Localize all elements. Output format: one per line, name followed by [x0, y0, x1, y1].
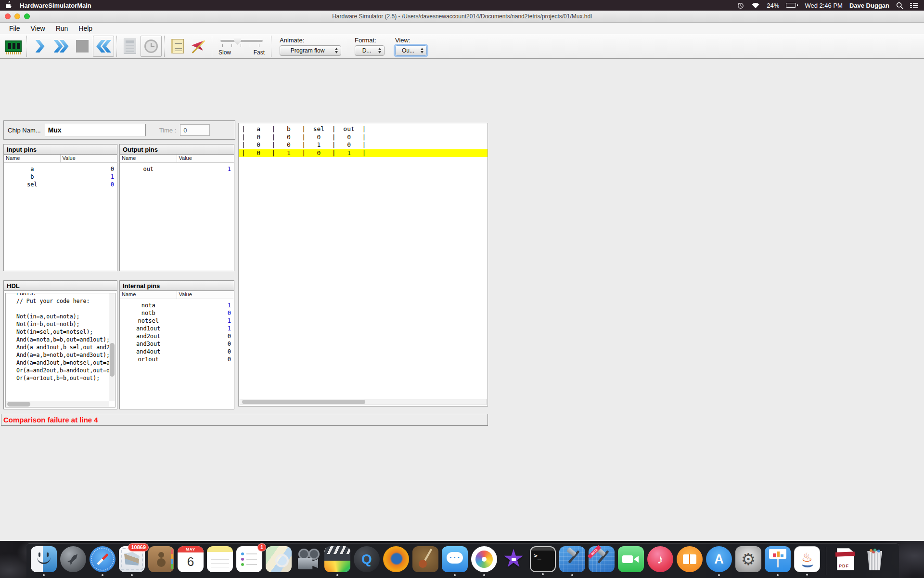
- running-indicator: [806, 574, 808, 576]
- table-row[interactable]: or1out0: [120, 355, 234, 363]
- calculator-button[interactable]: [119, 36, 141, 57]
- macos-menubar: HardwareSimulatorMain 24% Wed 2:46 PM Da…: [0, 0, 924, 11]
- table-row[interactable]: notb0: [120, 309, 234, 317]
- dock-icon-reminders[interactable]: 1: [236, 546, 262, 572]
- scrollbar-thumb[interactable]: [110, 343, 115, 377]
- dock-icon-java[interactable]: ♨: [794, 546, 820, 572]
- spotlight-icon[interactable]: [896, 2, 903, 9]
- dock-icon-mail[interactable]: 10869: [119, 546, 145, 572]
- dock-icon-safari[interactable]: [90, 546, 116, 572]
- chip-icon: [5, 40, 22, 52]
- time-label: Time :: [159, 127, 177, 134]
- dock-icon-keynote[interactable]: [765, 546, 791, 572]
- menu-file[interactable]: File: [4, 23, 26, 34]
- dock-icon-garageband[interactable]: [412, 546, 438, 572]
- dock-icon-trash[interactable]: [861, 546, 887, 572]
- minimize-button[interactable]: [14, 13, 20, 19]
- close-button[interactable]: [5, 13, 11, 19]
- table-row[interactable]: nota1: [120, 302, 234, 309]
- table-row[interactable]: and3out0: [120, 340, 234, 348]
- table-row[interactable]: and1out1: [120, 325, 234, 332]
- test-row-highlighted: | 0 | 1 | 0 | 1 |: [239, 149, 488, 158]
- horizontal-scrollbar[interactable]: [240, 399, 487, 405]
- scrollbar-thumb[interactable]: [242, 400, 365, 404]
- dock-icon-final-cut-pro[interactable]: [324, 546, 350, 572]
- status-bar: Comparison failure at line 4: [1, 414, 488, 426]
- format-group: Format: D...: [355, 37, 385, 56]
- dock-icon-terminal[interactable]: >_: [530, 546, 556, 572]
- table-row[interactable]: sel0: [4, 181, 117, 188]
- wifi-icon[interactable]: [751, 2, 760, 9]
- dock-icon-ibooks[interactable]: [677, 546, 703, 572]
- dock-icon-photos[interactable]: [471, 546, 497, 572]
- slider-thumb[interactable]: [234, 37, 241, 45]
- running-indicator: [454, 574, 456, 576]
- load-chip-button[interactable]: [3, 36, 24, 57]
- dock-icon-launchpad[interactable]: [60, 546, 86, 572]
- scrollbar-thumb[interactable]: [7, 402, 30, 407]
- dock-icon-movie-camera[interactable]: [295, 546, 321, 572]
- dock-icon-firefox[interactable]: [383, 546, 409, 572]
- run-button[interactable]: [51, 36, 72, 57]
- dock-icon-itunes[interactable]: ♪: [647, 546, 673, 572]
- horizontal-scrollbar[interactable]: [6, 401, 109, 407]
- table-row[interactable]: b1: [4, 173, 117, 181]
- breakpoints-button[interactable]: [188, 36, 209, 57]
- table-row[interactable]: a0: [4, 165, 117, 173]
- table-row[interactable]: out1: [120, 165, 234, 173]
- toolbar-separator: [164, 36, 165, 57]
- time-machine-icon[interactable]: [737, 1, 744, 9]
- toolbar: Slow Fast Animate: Program flow Format: …: [0, 34, 924, 59]
- dock-icon-imovie[interactable]: ★: [500, 546, 526, 572]
- stop-button[interactable]: [72, 36, 93, 57]
- dock-icon-facetime[interactable]: [618, 546, 644, 572]
- menubar-clock[interactable]: Wed 2:46 PM: [805, 2, 843, 9]
- table-row[interactable]: and4out0: [120, 348, 234, 355]
- battery-icon[interactable]: [786, 3, 798, 8]
- input-pins-title: Input pins: [4, 144, 117, 155]
- internal-pins-panel: Internal pins Name Value nota1 notb0 not…: [119, 280, 234, 409]
- window-titlebar: Hardware Simulator (2.5) - /Users/davesn…: [0, 11, 924, 23]
- menu-run[interactable]: Run: [51, 23, 74, 34]
- dock-icon-messages[interactable]: [442, 546, 468, 572]
- animate-select[interactable]: Program flow: [280, 45, 341, 56]
- menubar-user[interactable]: Dave Duggan: [849, 2, 889, 9]
- load-script-button[interactable]: [167, 36, 188, 57]
- dock-icon-pdf-document[interactable]: PDF: [832, 546, 858, 572]
- toolbar-separator: [212, 36, 212, 57]
- menubar-app-name[interactable]: HardwareSimulatorMain: [20, 2, 91, 9]
- dock-icon-xcode-beta[interactable]: BETA: [589, 546, 615, 572]
- dock-icon-system-preferences[interactable]: [735, 546, 761, 572]
- dock-icon-app-store[interactable]: A: [706, 546, 732, 572]
- test-row: | 0 | 0 | 1 | 0 |: [239, 141, 488, 149]
- single-step-button[interactable]: [29, 36, 51, 57]
- dock-icon-notes[interactable]: [207, 546, 233, 572]
- table-row[interactable]: and2out0: [120, 332, 234, 340]
- notification-center-icon[interactable]: [910, 2, 918, 9]
- reset-button[interactable]: [93, 36, 114, 57]
- running-indicator: [131, 574, 133, 576]
- dock: 10869 MAY6 1 Q ★ >_ BETA ♪ A ♨ PDF: [26, 543, 899, 578]
- menu-view[interactable]: View: [26, 23, 51, 34]
- vertical-scrollbar[interactable]: [109, 293, 115, 401]
- apple-logo-icon[interactable]: [6, 1, 12, 10]
- dock-icon-finder[interactable]: [31, 546, 57, 572]
- menu-help[interactable]: Help: [73, 23, 98, 34]
- beta-ribbon: BETA: [588, 545, 601, 559]
- view-label: View:: [395, 37, 427, 44]
- chip-name-field[interactable]: Mux: [45, 124, 146, 136]
- view-select[interactable]: Ou...: [395, 45, 427, 56]
- dock-icon-contacts[interactable]: [148, 546, 174, 572]
- dock-icon-xcode[interactable]: [559, 546, 585, 572]
- dock-icon-calendar[interactable]: MAY6: [178, 546, 204, 572]
- zoom-button[interactable]: [24, 13, 30, 19]
- table-header: Name Value: [120, 291, 234, 299]
- table-row[interactable]: notsel1: [120, 317, 234, 325]
- format-select[interactable]: D...: [355, 45, 385, 56]
- clock-button[interactable]: [141, 36, 162, 57]
- dock-icon-quicktime[interactable]: Q: [354, 546, 380, 572]
- hdl-code: PARTS: // Put your code here: Not(in=a,o…: [6, 293, 115, 382]
- slider-track[interactable]: [220, 40, 263, 42]
- test-row: | a | b | sel | out |: [239, 125, 488, 133]
- dock-icon-maps[interactable]: [266, 546, 292, 572]
